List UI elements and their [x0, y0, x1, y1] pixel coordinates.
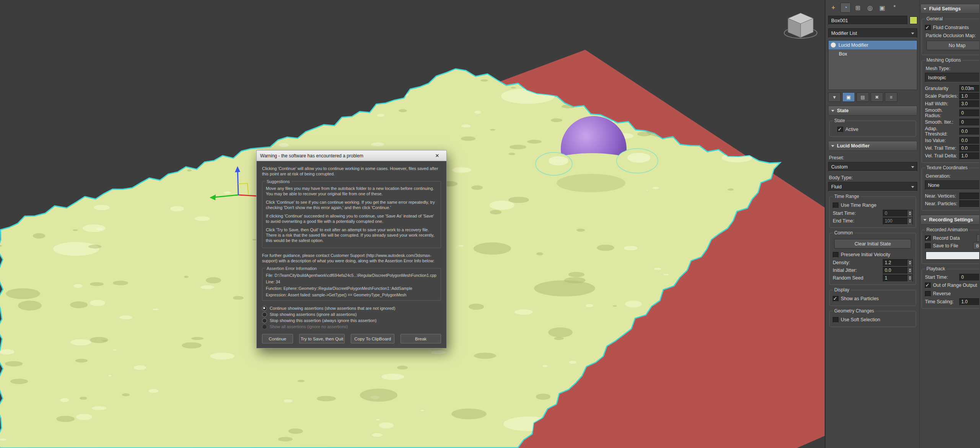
radio-icon[interactable] — [262, 318, 267, 323]
rollout-header-state[interactable]: State — [828, 106, 917, 116]
spinner-arrows-icon[interactable] — [907, 210, 912, 217]
tab-display[interactable]: ▣ — [877, 3, 887, 13]
create-icon: + — [832, 4, 835, 11]
remove-modifier-button[interactable]: ✖ — [871, 92, 883, 102]
out-of-range-output-checkbox-row[interactable]: Out of Range Output — [924, 281, 979, 289]
general-group: General Fluid Constraints Particle Occlu… — [921, 19, 979, 55]
browse-button[interactable]: Brow — [973, 242, 979, 250]
rollout-header-lucid-modifier[interactable]: Lucid Modifier — [828, 141, 917, 151]
vel-trail-delta-input[interactable]: 1.0 — [959, 152, 979, 160]
rollout-header-fluid-settings[interactable]: Fluid Settings — [920, 4, 979, 14]
active-checkbox-row[interactable]: Active — [832, 125, 913, 134]
near-particles-row: Near. Particles: — [924, 200, 979, 208]
show-as-particles-checkbox-row[interactable]: Show as Particles — [832, 294, 913, 303]
near-vertices-input[interactable] — [959, 193, 979, 200]
fluid-constraints-checkbox[interactable] — [925, 25, 931, 31]
half-width-input[interactable]: 3.0 — [959, 100, 979, 108]
body-type-dropdown[interactable]: Fluid — [828, 182, 917, 191]
spinner-arrows-icon[interactable] — [907, 260, 912, 266]
preserve-initial-velocity-checkbox-row[interactable]: Preserve Initial Velocity — [832, 250, 913, 259]
use-soft-selection-checkbox[interactable] — [833, 317, 838, 323]
use-time-range-checkbox-row[interactable]: Use Time Range — [832, 201, 913, 209]
radio-stop-showing-this[interactable]: Stop showing this assertion (always igno… — [262, 317, 441, 324]
clear-initial-state-button[interactable]: Clear Initial State — [834, 239, 911, 249]
configure-modifier-sets-button[interactable]: ≡ — [885, 92, 897, 102]
dialog-buttons: Continue Try to Save, then Quit Copy To … — [262, 334, 441, 343]
preserve-initial-velocity-checkbox[interactable] — [833, 252, 838, 258]
assertion-line: Line: 34 — [266, 279, 437, 284]
record-data-checkbox[interactable] — [925, 235, 931, 241]
out-of-range-output-checkbox[interactable] — [925, 283, 931, 288]
active-checkbox[interactable] — [837, 127, 843, 132]
radio-icon[interactable] — [262, 312, 267, 317]
state-group: State Active — [829, 121, 916, 137]
object-color-swatch[interactable] — [910, 16, 917, 24]
time-scaling-input[interactable]: 1.0 — [959, 298, 979, 306]
iso-value-input[interactable]: 0.0 — [959, 137, 979, 144]
playback-group: Playback Start Time: 0 Out of Range Outp… — [921, 269, 979, 309]
near-particles-input[interactable] — [959, 200, 979, 208]
density-input[interactable]: 1.2 — [883, 259, 913, 267]
save-to-file-checkbox[interactable] — [925, 243, 931, 249]
end-time-input[interactable]: 100 — [883, 217, 913, 225]
break-button[interactable]: Break — [400, 334, 441, 343]
initial-jitter-input[interactable]: 0.0 — [883, 267, 913, 274]
smooth-iter-input[interactable]: 0 — [959, 119, 979, 126]
radio-icon[interactable] — [262, 306, 267, 311]
spinner-arrows-icon[interactable] — [907, 275, 912, 281]
generation-dropdown[interactable]: None — [925, 180, 979, 190]
clear-recording-button[interactable]: Cle — [977, 234, 979, 242]
stack-item-box[interactable]: Box — [829, 49, 917, 58]
preset-label: Preset: — [827, 154, 918, 161]
spinner-arrows-icon[interactable] — [907, 218, 912, 224]
tab-utilities[interactable]: * — [889, 3, 900, 13]
mesh-type-dropdown[interactable]: Isotropic — [925, 73, 979, 82]
preset-dropdown[interactable]: Custom — [828, 162, 917, 172]
start-time-input[interactable]: 0 — [883, 210, 913, 217]
modifier-list-dropdown[interactable]: Modifier List — [828, 28, 917, 38]
reverse-checkbox[interactable] — [925, 291, 931, 297]
show-end-result-button[interactable]: ▣ — [842, 92, 855, 102]
vel-trail-delta-row: Vel. Trail Delta: 1.0 — [924, 152, 979, 160]
random-seed-input[interactable]: 1 — [883, 275, 913, 282]
make-unique-button[interactable]: ▤ — [856, 92, 869, 102]
stack-item-label: Box — [839, 51, 847, 57]
modifier-enable-icon[interactable] — [830, 42, 836, 48]
tab-create[interactable]: + — [828, 3, 838, 13]
stack-item-lucid-modifier[interactable]: Lucid Modifier — [829, 41, 917, 49]
copy-to-clipboard-button[interactable]: Copy To ClipBoard — [351, 334, 394, 343]
vel-trail-time-input[interactable]: 0.0 — [959, 145, 979, 152]
close-icon[interactable]: ✕ — [431, 150, 443, 161]
radio-continue-showing[interactable]: Continue showing assertions (show assert… — [262, 305, 441, 311]
tab-modify[interactable]: ◔ — [840, 3, 851, 13]
modifier-stack[interactable]: Lucid Modifier Box — [828, 40, 917, 90]
body-type-label: Body Type: — [827, 174, 918, 181]
fluid-mound — [528, 149, 658, 202]
smooth-radius-input[interactable]: 0 — [959, 110, 979, 117]
playback-start-time-input[interactable]: 0 — [959, 274, 979, 281]
radio-stop-showing-all[interactable]: Stop showing assertions (ignore all asse… — [262, 311, 441, 317]
save-file-path-input[interactable] — [926, 252, 979, 260]
object-name-input[interactable]: Box001 — [828, 16, 907, 25]
dialog-title-bar[interactable]: Warning - the software has encountered a… — [257, 150, 446, 161]
use-soft-selection-checkbox-row[interactable]: Use Soft Selection — [832, 316, 913, 324]
adap-threshold-input[interactable]: 0.0 — [959, 128, 979, 135]
pin-stack-icon: ▼ — [832, 95, 837, 100]
spinner-arrows-icon[interactable] — [907, 267, 912, 274]
show-as-particles-checkbox[interactable] — [833, 296, 838, 302]
granularity-input[interactable]: 0.03m — [959, 85, 979, 92]
use-time-range-checkbox[interactable] — [833, 203, 838, 208]
tab-hierarchy[interactable]: ⊞ — [853, 3, 863, 13]
tab-motion[interactable]: ◎ — [865, 3, 875, 13]
fluid-constraints-checkbox-row[interactable]: Fluid Constraints — [924, 23, 979, 32]
scale-particles-input[interactable]: 1.0 — [959, 93, 979, 100]
continue-button[interactable]: Continue — [262, 334, 293, 343]
pin-stack-button[interactable]: ▼ — [828, 92, 841, 102]
rollout-header-recording-settings[interactable]: Recording Settings — [920, 215, 979, 225]
no-map-button[interactable]: No Map — [926, 41, 979, 50]
reverse-checkbox-row[interactable]: Reverse — [924, 289, 979, 298]
try-to-save-then-quit-button[interactable]: Try to Save, then Quit — [299, 334, 345, 343]
object-name-row: Box001 — [827, 16, 918, 28]
stack-item-label: Lucid Modifier — [838, 43, 868, 48]
particle-occlusion-map-label: Particle Occlusion Map: — [924, 32, 979, 39]
